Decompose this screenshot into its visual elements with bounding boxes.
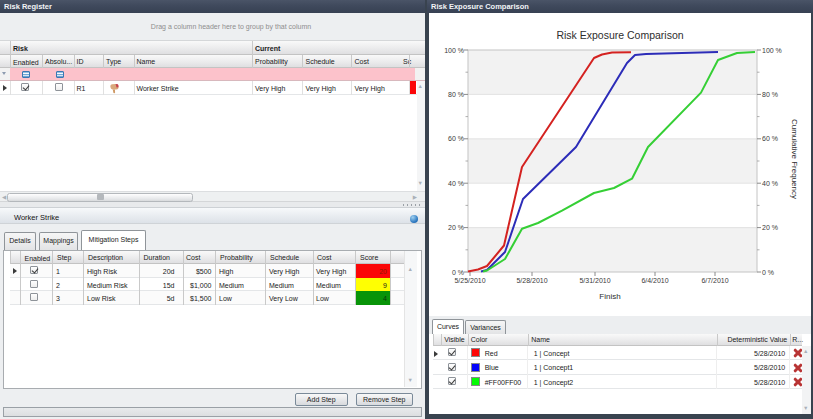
svg-text:Cumulative Frequency: Cumulative Frequency <box>790 119 799 199</box>
svg-text:6/7/2010: 6/7/2010 <box>701 277 728 284</box>
svg-text:5/31/2010: 5/31/2010 <box>579 277 610 284</box>
svg-text:80 %: 80 % <box>448 91 464 98</box>
svg-text:0 %: 0 % <box>452 269 464 276</box>
svg-text:0 %: 0 % <box>762 269 774 276</box>
svg-text:5/28/2010: 5/28/2010 <box>516 277 547 284</box>
svg-text:40 %: 40 % <box>762 180 778 187</box>
svg-text:Risk Exposure Comparison: Risk Exposure Comparison <box>556 29 683 41</box>
svg-text:20 %: 20 % <box>448 224 464 231</box>
svg-text:40 %: 40 % <box>448 180 464 187</box>
svg-text:6/4/2010: 6/4/2010 <box>641 277 668 284</box>
svg-text:100 %: 100 % <box>444 47 464 54</box>
svg-text:5/25/2010: 5/25/2010 <box>454 277 485 284</box>
svg-text:100 %: 100 % <box>762 47 782 54</box>
svg-text:60 %: 60 % <box>448 135 464 142</box>
svg-text:80 %: 80 % <box>762 91 778 98</box>
svg-text:20 %: 20 % <box>762 224 778 231</box>
svg-text:60 %: 60 % <box>762 135 778 142</box>
svg-text:Finish: Finish <box>599 292 620 301</box>
